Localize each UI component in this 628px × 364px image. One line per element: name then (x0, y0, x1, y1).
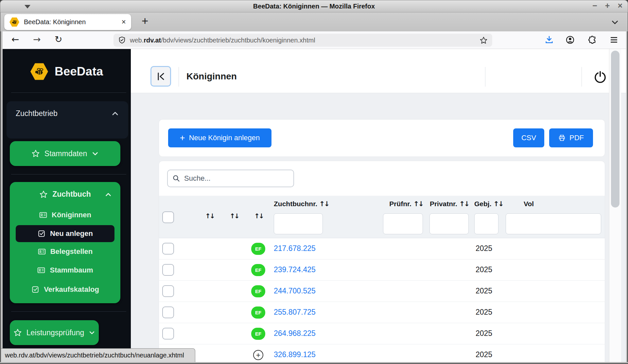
sidebar-item-label: Leistungsprüfung (26, 328, 84, 337)
filter-vol-input[interactable] (506, 213, 601, 234)
search-input[interactable] (184, 174, 289, 183)
sidebar-item-verkaufskatalog[interactable]: Verkaufskatalog (10, 285, 120, 294)
url-text: web.rdv.at/bdv/views/zuchtbetrieb/zuchtb… (130, 37, 476, 44)
page-scrollbar[interactable] (609, 49, 621, 362)
tab-list-chevron-icon[interactable] (611, 18, 619, 26)
table-row: + 326.899.125 2025 (159, 344, 605, 364)
app-sidebar: BeeData Zuchtbetrieb Stammdaten (3, 49, 131, 362)
search-icon (172, 174, 180, 182)
gebj-value: 2025 (476, 244, 492, 253)
sidebar-item-label: Stammdaten (44, 149, 87, 158)
sidebar-collapse-button[interactable] (150, 66, 171, 87)
filter-gebj-input[interactable] (474, 213, 498, 234)
reload-icon[interactable]: ↻ (55, 34, 62, 45)
window-border-bottom (0, 362, 628, 364)
chevron-up-icon[interactable] (111, 110, 119, 118)
scrollbar-thumb[interactable] (611, 51, 619, 207)
zuchtbuchnr-link[interactable]: 217.678.225 (274, 244, 316, 253)
new-queen-button[interactable]: + Neue Königin anlegen (168, 128, 271, 147)
extensions-puzzle-icon[interactable] (588, 35, 597, 44)
actions-card: + Neue Königin anlegen CSV PDF (159, 119, 605, 157)
firefox-window: BeeData: Königinnen — Mozilla Firefox − … (0, 0, 628, 364)
hamburger-menu-icon[interactable] (609, 35, 619, 44)
checkbox-icon (31, 285, 40, 294)
new-tab-button[interactable]: + (142, 14, 148, 27)
table-row: EF 264.968.225 2025 (159, 323, 605, 344)
tab-title: BeeData: Königinnen (24, 18, 117, 26)
sort-column-button[interactable]: ↑↓ (203, 212, 216, 220)
sidebar-item-stammbaum[interactable]: Stammbaum (10, 266, 120, 274)
table-search[interactable] (167, 170, 294, 187)
downloads-icon[interactable] (545, 35, 554, 44)
sidebar-item-leistungspruefung[interactable]: Leistungsprüfung (10, 320, 99, 345)
window-maximize-button[interactable]: + (605, 1, 610, 10)
column-header-zuchtbuchnr[interactable]: Zuchtbuchnr. ↑↓ (274, 200, 329, 208)
filter-pruefnr-input[interactable] (383, 213, 423, 234)
chevron-down-icon (92, 150, 99, 157)
forward-icon[interactable]: → (33, 34, 41, 45)
table-header: ↑↓ ↑↓ ↑↓ Zuchtbuchnr. ↑↓ Prüfnr. ↑↓ Priv… (159, 196, 605, 238)
sidebar-item-koeniginnen[interactable]: Königinnen (10, 211, 120, 219)
section-label: Zuchtbetrieb (16, 109, 58, 118)
zuchtbuchnr-link[interactable]: 244.700.525 (274, 287, 316, 295)
row-checkbox[interactable] (162, 328, 174, 339)
account-icon[interactable] (566, 35, 575, 44)
status-badge: EF (251, 243, 265, 255)
id-card-icon (37, 266, 45, 274)
filter-privatnr-input[interactable] (429, 213, 469, 234)
tab-close-icon[interactable]: × (122, 18, 126, 26)
tab-bar: BeeData: Königinnen × + (0, 12, 628, 31)
status-badge: EF (251, 328, 265, 340)
window-border-right (626, 31, 628, 364)
header-divider (179, 67, 179, 87)
status-badge: EF (251, 285, 265, 297)
table-card: ↑↓ ↑↓ ↑↓ Zuchtbuchnr. ↑↓ Prüfnr. ↑↓ Priv… (159, 161, 605, 364)
shield-icon[interactable] (118, 36, 126, 44)
window-close-button[interactable]: × (618, 1, 622, 10)
select-all-checkbox[interactable] (162, 211, 174, 223)
gebj-value: 2025 (476, 350, 492, 359)
row-checkbox[interactable] (162, 306, 174, 318)
zuchtbuchnr-link[interactable]: 255.807.725 (274, 308, 316, 317)
filter-zuchtbuchnr-input[interactable] (274, 213, 323, 234)
brand-name: BeeData (55, 65, 103, 78)
logout-power-icon[interactable] (593, 69, 608, 84)
chevron-down-icon (89, 329, 95, 336)
gebj-value: 2025 (476, 308, 492, 317)
status-badge: EF (251, 264, 265, 276)
back-icon[interactable]: ← (11, 34, 19, 45)
sidebar-divider (11, 311, 126, 312)
zuchtbuchnr-link[interactable]: 239.724.425 (274, 265, 316, 274)
sidebar-divider (11, 174, 126, 174)
export-pdf-button[interactable]: PDF (549, 128, 593, 147)
star-icon (13, 328, 22, 337)
sort-column-button[interactable]: ↑↓ (228, 212, 241, 220)
sidebar-item-neu-anlegen[interactable]: Neu anlegen (16, 225, 114, 242)
sidebar-section-zuchtbetrieb[interactable]: Zuchtbetrieb (7, 101, 128, 139)
url-bar[interactable]: web.rdv.at/bdv/views/zuchtbetrieb/zuchtb… (113, 34, 492, 47)
browser-tab[interactable]: BeeData: Königinnen × (4, 14, 131, 30)
zuchtbuchnr-link[interactable]: 264.968.225 (274, 329, 316, 338)
header-divider (582, 67, 582, 87)
row-checkbox[interactable] (162, 285, 174, 297)
column-header-pruefnr[interactable]: Prüfnr. ↑↓ (383, 200, 423, 208)
header-divider (485, 67, 485, 87)
zuchtbuchnr-link[interactable]: 326.899.125 (274, 350, 316, 359)
row-checkbox[interactable] (162, 264, 174, 276)
sort-column-button[interactable]: ↑↓ (252, 212, 265, 220)
sidebar-item-zuchtbuch[interactable]: Zuchtbuch (10, 190, 120, 199)
sidebar-item-stammdaten[interactable]: Stammdaten (10, 141, 120, 166)
export-csv-button[interactable]: CSV (513, 128, 544, 147)
page-title: Königinnen (186, 71, 237, 82)
column-header-gebj[interactable]: Gebj. ↑↓ (474, 200, 503, 208)
bookmark-star-icon[interactable] (480, 36, 488, 44)
page-body: + Neue Königin anlegen CSV PDF (131, 93, 626, 362)
sidebar-item-belegstellen[interactable]: Belegstellen (10, 247, 120, 256)
column-header-privatnr[interactable]: Privatnr. ↑↓ (429, 200, 469, 208)
row-checkbox[interactable] (162, 243, 174, 255)
table-row: EF 217.678.225 2025 (159, 238, 605, 259)
column-header-vol[interactable]: Vol (524, 200, 534, 208)
window-titlebar: BeeData: Königinnen — Mozilla Firefox − … (0, 0, 628, 12)
plus-circle-icon[interactable]: + (253, 350, 263, 360)
window-minimize-button[interactable]: − (592, 1, 597, 10)
